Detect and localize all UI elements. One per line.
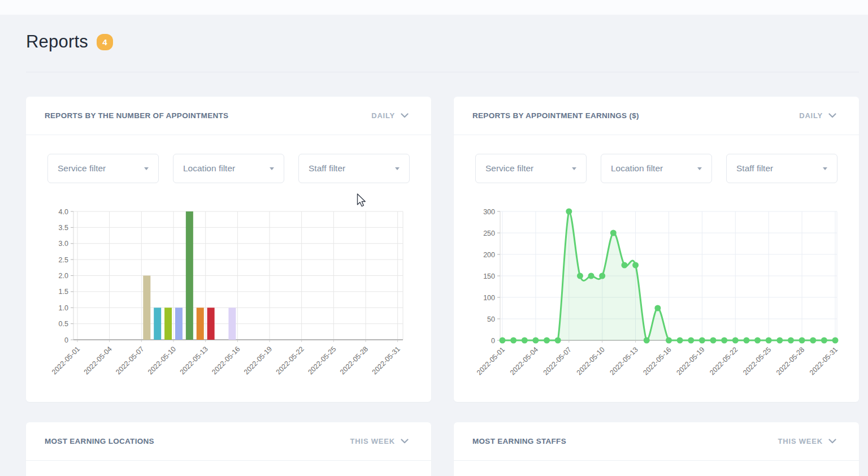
mouse-cursor <box>357 193 368 208</box>
svg-text:2022-05-01: 2022-05-01 <box>50 345 81 376</box>
service-filter-label: Service filter <box>58 163 106 174</box>
svg-text:1.5: 1.5 <box>59 288 68 296</box>
svg-text:2022-05-07: 2022-05-07 <box>542 345 573 377</box>
chevron-down-icon <box>828 439 836 444</box>
appointments-panel-title: REPORTS BY THE NUMBER OF APPOINTMENTS <box>45 111 228 120</box>
svg-text:250: 250 <box>483 230 495 237</box>
staffs-panel-header: MOST EARNING STAFFS THIS WEEK <box>454 422 859 461</box>
staffs-period-label: THIS WEEK <box>778 437 823 445</box>
appointments-panel: REPORTS BY THE NUMBER OF APPOINTMENTS DA… <box>26 97 431 402</box>
locations-panel-header: MOST EARNING LOCATIONS THIS WEEK <box>26 422 431 461</box>
svg-text:2022-05-31: 2022-05-31 <box>371 345 402 376</box>
svg-text:0: 0 <box>491 337 495 345</box>
caret-down-icon <box>572 167 576 170</box>
svg-text:150: 150 <box>483 272 495 280</box>
locations-period-select[interactable]: THIS WEEK <box>350 437 409 445</box>
caret-down-icon <box>823 167 827 170</box>
page-title: Reports <box>26 32 88 52</box>
svg-text:2022-05-22: 2022-05-22 <box>275 345 306 376</box>
service-filter-select[interactable]: Service filter <box>475 154 587 183</box>
svg-text:2022-05-16: 2022-05-16 <box>642 345 673 377</box>
svg-text:2022-05-07: 2022-05-07 <box>114 345 145 376</box>
earnings-filters: Service filter Location filter Staff fil… <box>475 154 837 183</box>
svg-text:200: 200 <box>483 251 495 259</box>
reports-count-badge: 4 <box>97 34 113 50</box>
caret-down-icon <box>144 167 149 170</box>
service-filter-label: Service filter <box>485 163 533 174</box>
appointments-bar-chart[interactable]: 2022-05-012022-05-042022-05-072022-05-10… <box>36 204 426 399</box>
svg-text:2022-05-19: 2022-05-19 <box>675 345 706 377</box>
svg-text:2022-05-22: 2022-05-22 <box>708 345 739 377</box>
service-filter-select[interactable]: Service filter <box>47 154 159 183</box>
location-filter-label: Location filter <box>611 163 663 174</box>
staffs-period-select[interactable]: THIS WEEK <box>778 437 836 445</box>
reports-page: Reports 4 REPORTS BY THE NUMBER OF APPOI… <box>0 0 868 476</box>
svg-text:2022-05-19: 2022-05-19 <box>242 345 274 376</box>
svg-text:2.0: 2.0 <box>59 272 68 280</box>
earnings-period-label: DAILY <box>799 111 823 120</box>
svg-text:2022-05-16: 2022-05-16 <box>210 345 241 376</box>
appointments-period-select[interactable]: DAILY <box>371 111 409 120</box>
caret-down-icon <box>270 167 274 170</box>
svg-text:2.5: 2.5 <box>59 256 68 264</box>
staffs-panel-title: MOST EARNING STAFFS <box>472 437 566 445</box>
svg-text:50: 50 <box>487 315 495 323</box>
page-header: Reports 4 <box>26 32 113 52</box>
svg-text:2022-05-13: 2022-05-13 <box>609 345 640 377</box>
svg-text:300: 300 <box>483 208 495 216</box>
locations-panel: MOST EARNING LOCATIONS THIS WEEK <box>26 422 431 476</box>
chevron-down-icon <box>401 113 409 118</box>
svg-text:2022-05-28: 2022-05-28 <box>338 345 370 376</box>
earnings-panel-title: REPORTS BY APPOINTMENT EARNINGS ($) <box>472 111 639 120</box>
earnings-line-chart[interactable]: 2022-05-012022-05-042022-05-072022-05-10… <box>464 204 854 399</box>
location-filter-select[interactable]: Location filter <box>601 154 712 183</box>
staff-filter-label: Staff filter <box>736 163 773 174</box>
top-strip <box>0 0 868 15</box>
svg-text:3.5: 3.5 <box>59 224 68 232</box>
svg-text:3.0: 3.0 <box>59 240 68 248</box>
caret-down-icon <box>697 167 702 170</box>
svg-text:2022-05-13: 2022-05-13 <box>179 345 210 376</box>
appointments-period-label: DAILY <box>371 111 395 120</box>
staff-filter-select[interactable]: Staff filter <box>726 154 837 183</box>
location-filter-select[interactable]: Location filter <box>173 154 284 183</box>
svg-text:2022-05-31: 2022-05-31 <box>808 345 839 377</box>
svg-text:1.0: 1.0 <box>59 304 68 312</box>
staffs-panel: MOST EARNING STAFFS THIS WEEK <box>454 422 859 476</box>
svg-text:2022-05-04: 2022-05-04 <box>83 345 114 376</box>
svg-text:2022-05-10: 2022-05-10 <box>146 345 177 376</box>
chevron-down-icon <box>401 439 409 444</box>
svg-text:0.5: 0.5 <box>59 320 68 328</box>
appointments-panel-header: REPORTS BY THE NUMBER OF APPOINTMENTS DA… <box>26 97 431 135</box>
earnings-panel-header: REPORTS BY APPOINTMENT EARNINGS ($) DAIL… <box>454 97 859 135</box>
earnings-period-select[interactable]: DAILY <box>799 111 836 120</box>
earnings-panel: REPORTS BY APPOINTMENT EARNINGS ($) DAIL… <box>454 97 859 402</box>
chevron-down-icon <box>828 113 836 118</box>
svg-text:100: 100 <box>483 294 495 302</box>
caret-down-icon <box>395 167 400 170</box>
svg-text:2022-05-10: 2022-05-10 <box>575 345 606 377</box>
title-divider <box>26 72 859 72</box>
location-filter-label: Location filter <box>183 163 235 174</box>
appointments-filters: Service filter Location filter Staff fil… <box>47 154 410 183</box>
svg-text:2022-05-28: 2022-05-28 <box>775 345 806 377</box>
svg-text:0: 0 <box>64 336 68 344</box>
staff-filter-label: Staff filter <box>309 163 345 174</box>
staff-filter-select[interactable]: Staff filter <box>298 154 410 183</box>
svg-text:4.0: 4.0 <box>59 208 68 216</box>
svg-text:2022-05-25: 2022-05-25 <box>306 345 337 376</box>
locations-period-label: THIS WEEK <box>350 437 395 445</box>
svg-text:2022-05-04: 2022-05-04 <box>509 345 540 377</box>
locations-panel-title: MOST EARNING LOCATIONS <box>45 437 154 445</box>
svg-text:2022-05-01: 2022-05-01 <box>475 345 506 377</box>
svg-text:2022-05-25: 2022-05-25 <box>741 345 772 377</box>
